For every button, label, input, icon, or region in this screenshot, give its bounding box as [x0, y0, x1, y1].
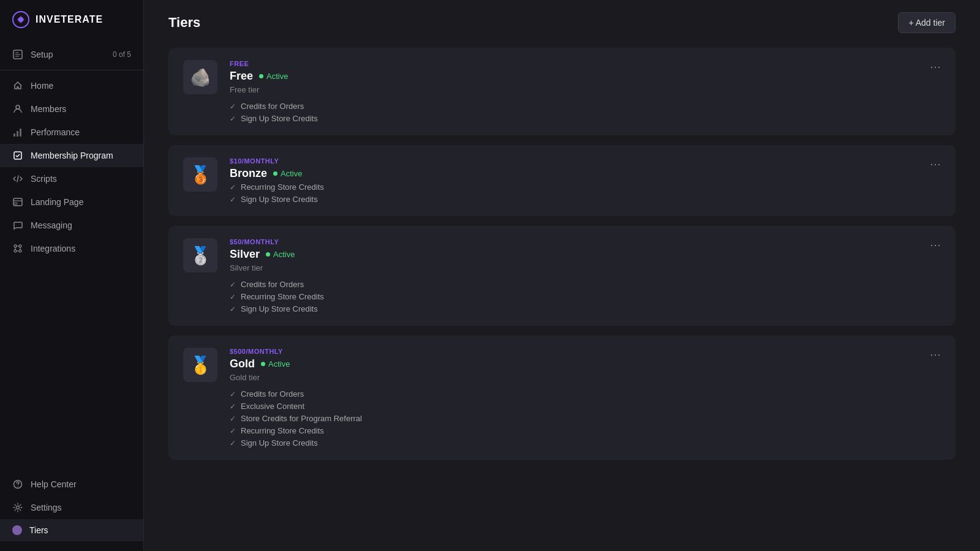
- tier-feature: ✓ Credits for Orders: [230, 102, 941, 111]
- svg-point-14: [17, 506, 20, 509]
- tier-body: $10/MONTHLY Bronze Active ✓ Recurring St…: [230, 157, 941, 204]
- sidebar: INVETERATE Setup 0 of 5: [0, 0, 144, 551]
- svg-point-11: [19, 250, 21, 252]
- check-icon: ✓: [230, 183, 236, 192]
- tier-feature: ✓ Store Credits for Program Referral: [230, 414, 941, 423]
- active-label: Active: [281, 169, 302, 178]
- tier-emoji: 🥉: [183, 157, 217, 192]
- tier-name-row: Bronze Active: [230, 167, 941, 180]
- tier-name: Free: [230, 70, 253, 83]
- tier-features: ✓ Credits for Orders ✓ Sign Up Store Cre…: [230, 102, 941, 123]
- tier-feature: ✓ Credits for Orders: [230, 389, 941, 399]
- sidebar-item-home[interactable]: Home: [0, 74, 143, 97]
- help-center-label: Help Center: [31, 479, 77, 489]
- tier-feature: ✓ Credits for Orders: [230, 280, 941, 289]
- tier-menu-button[interactable]: ⋯: [925, 58, 946, 76]
- tier-menu-button[interactable]: ⋯: [925, 155, 946, 173]
- svg-rect-3: [13, 133, 15, 137]
- tiers-label: Tiers: [29, 525, 48, 535]
- members-icon: [12, 103, 23, 114]
- sidebar-item-scripts[interactable]: Scripts: [0, 167, 143, 190]
- tier-name-row: Free Active: [230, 70, 941, 83]
- tier-body: $500/MONTHLY Gold Active Gold tier ✓ Cre…: [230, 348, 941, 448]
- tier-body: FREE Free Active Free tier ✓ Credits for…: [230, 60, 941, 123]
- check-icon: ✓: [230, 402, 236, 411]
- tier-price-label: $10/MONTHLY: [230, 157, 941, 165]
- tier-feature: ✓ Recurring Store Credits: [230, 292, 941, 301]
- landing-page-icon: [12, 197, 23, 208]
- svg-rect-5: [20, 129, 21, 137]
- sidebar-item-members[interactable]: Members: [0, 97, 143, 121]
- feature-label: Recurring Store Credits: [241, 292, 324, 301]
- sidebar-item-settings[interactable]: Settings: [0, 496, 143, 519]
- sidebar-item-messaging[interactable]: Messaging: [0, 214, 143, 237]
- tier-card-free: 🪨 FREE Free Active Free tier ✓ Credits f…: [168, 48, 956, 135]
- sidebar-item-setup[interactable]: Setup 0 of 5: [0, 43, 143, 66]
- active-badge: Active: [266, 250, 295, 259]
- sidebar-item-performance[interactable]: Performance: [0, 121, 143, 144]
- active-badge: Active: [273, 169, 302, 178]
- tier-description: Free tier: [230, 85, 941, 94]
- tiers-dot: [12, 525, 22, 535]
- active-label: Active: [273, 250, 295, 259]
- feature-label: Store Credits for Program Referral: [241, 414, 362, 423]
- sidebar-members-label: Members: [31, 104, 66, 114]
- tier-emoji: 🥇: [183, 348, 217, 382]
- help-icon: [12, 479, 23, 490]
- tier-card-gold: 🥇 $500/MONTHLY Gold Active Gold tier ✓ C…: [168, 335, 956, 460]
- sidebar-item-tiers[interactable]: Tiers: [0, 519, 143, 541]
- svg-point-10: [14, 250, 17, 252]
- tier-name: Silver: [230, 248, 260, 261]
- feature-label: Sign Up Store Credits: [241, 114, 318, 123]
- tier-body: $50/MONTHLY Silver Active Silver tier ✓ …: [230, 238, 941, 313]
- tier-description: Gold tier: [230, 373, 941, 382]
- tier-features: ✓ Credits for Orders ✓ Exclusive Content…: [230, 389, 941, 448]
- messaging-icon: [12, 220, 23, 231]
- add-tier-button[interactable]: + Add tier: [898, 12, 956, 33]
- feature-label: Credits for Orders: [241, 102, 304, 111]
- feature-label: Sign Up Store Credits: [241, 304, 318, 313]
- check-icon: ✓: [230, 390, 236, 399]
- check-icon: ✓: [230, 114, 236, 123]
- tier-menu-button[interactable]: ⋯: [925, 236, 946, 254]
- svg-point-8: [14, 245, 17, 247]
- check-icon: ✓: [230, 427, 236, 435]
- home-icon: [12, 80, 23, 91]
- nav-bottom: Help Center Settings Tiers: [0, 467, 143, 551]
- tier-card-bronze: 🥉 $10/MONTHLY Bronze Active ✓ Recurring …: [168, 145, 956, 216]
- sidebar-scripts-label: Scripts: [31, 174, 57, 184]
- settings-label: Settings: [31, 503, 62, 512]
- feature-label: Sign Up Store Credits: [241, 438, 318, 448]
- svg-point-1: [18, 17, 23, 22]
- tier-price-label: FREE: [230, 60, 941, 67]
- tier-price-label: $50/MONTHLY: [230, 238, 941, 246]
- page-header: Tiers + Add tier: [168, 12, 956, 33]
- svg-rect-4: [17, 131, 18, 137]
- feature-label: Credits for Orders: [241, 389, 304, 399]
- sidebar-item-help-center[interactable]: Help Center: [0, 473, 143, 496]
- sidebar-integrations-label: Integrations: [31, 244, 75, 253]
- setup-progress: 0 of 5: [113, 50, 131, 59]
- tier-name-row: Gold Active: [230, 358, 941, 370]
- check-icon: ✓: [230, 305, 236, 313]
- tier-feature: ✓ Sign Up Store Credits: [230, 304, 941, 313]
- tier-name-row: Silver Active: [230, 248, 941, 261]
- sidebar-item-landing-page[interactable]: Landing Page: [0, 190, 143, 214]
- membership-icon: [12, 150, 23, 161]
- tier-feature: ✓ Sign Up Store Credits: [230, 195, 941, 204]
- sidebar-item-membership-program[interactable]: Membership Program: [0, 144, 143, 167]
- sidebar-item-integrations[interactable]: Integrations: [0, 237, 143, 260]
- tier-feature: ✓ Sign Up Store Credits: [230, 114, 941, 123]
- tier-feature: ✓ Sign Up Store Credits: [230, 438, 941, 448]
- tier-feature: ✓ Recurring Store Credits: [230, 182, 941, 192]
- sidebar-home-label: Home: [31, 81, 53, 91]
- active-dot: [266, 252, 270, 257]
- logo-text: INVETERATE: [36, 14, 103, 25]
- check-icon: ✓: [230, 195, 236, 204]
- tier-feature: ✓ Exclusive Content: [230, 402, 941, 411]
- integrations-icon: [12, 243, 23, 254]
- tier-description: Silver tier: [230, 263, 941, 272]
- tier-menu-button[interactable]: ⋯: [925, 345, 946, 364]
- active-badge: Active: [261, 359, 290, 369]
- sidebar-performance-label: Performance: [31, 127, 80, 137]
